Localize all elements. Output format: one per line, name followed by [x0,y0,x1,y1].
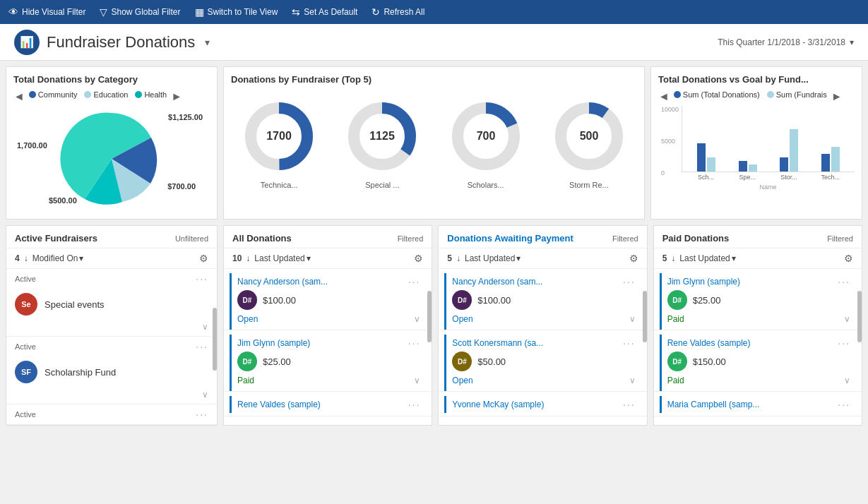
bar-2a [739,161,747,172]
donation-status-1[interactable]: Open [237,314,258,324]
paid-row-2: D# $150.00 [667,349,850,374]
charts-row: Total Donations by Category ◄ Community … [6,66,862,220]
donations-awaiting-sort-row: 5 ↓ Last Updated ▾ ⚙ [439,248,646,269]
paid-donations-title: Paid Donations [662,233,730,244]
paid-link-2[interactable]: Rene Valdes (sample) [667,338,751,348]
paid-expand-2[interactable]: ∨ [844,376,850,385]
awaiting-link-1[interactable]: Nancy Anderson (sam... [452,277,542,287]
paid-filter-icon[interactable]: ⚙ [844,253,853,264]
paid-dots-1[interactable]: ··· [838,276,850,287]
all-donations-badge: Filtered [398,234,424,243]
donut-svg-4: 500 [550,97,628,175]
donation-item-2: Jim Glynn (sample) ··· D# $25.00 Paid ∨ [224,330,432,392]
item-dots-2[interactable]: ··· [196,341,208,352]
donation-dots-2[interactable]: ··· [408,337,421,349]
paid-status-1[interactable]: Paid [667,314,684,324]
donation-status-2[interactable]: Paid [237,376,254,385]
awaiting-expand-2[interactable]: ∨ [629,376,636,385]
awaiting-expand-1[interactable]: ∨ [629,314,636,324]
pie-chart-legend: Community Education Health [29,90,167,99]
bar-nav-left[interactable]: ◄ [658,90,670,103]
awaiting-link-row-2: Scott Konersmann (sa... ··· [452,337,635,349]
donation-expand-1[interactable]: ∨ [414,314,420,324]
awaiting-link-2[interactable]: Scott Konersmann (sa... [452,338,543,348]
active-sort-dropdown-icon: ▾ [79,253,83,263]
item-expand-1[interactable]: ∨ [6,320,217,336]
donation-link-3[interactable]: Rene Valdes (sample) [237,400,321,409]
item-dots-1[interactable]: ··· [196,273,208,284]
svg-text:700: 700 [476,130,495,142]
all-filter-icon[interactable]: ⚙ [414,253,423,264]
item-name-1: Special events [44,299,105,310]
donut-svg-1: 1700 [240,97,318,175]
donut-svg-3: 700 [447,97,525,175]
set-default-button[interactable]: ⇆ Set As Default [292,6,357,18]
paid-status-2[interactable]: Paid [667,376,684,385]
bar-group-3 [772,129,807,172]
donation-item-1: Nancy Anderson (sam... ··· D# $100.00 Op… [224,269,432,330]
item-dots-3[interactable]: ··· [196,409,208,420]
x-axis-labels: Sch... Spe... Stor... Tech... [682,172,855,182]
paid-link-1[interactable]: Jim Glynn (sample) [667,277,740,287]
awaiting-dots-2[interactable]: ··· [623,337,636,349]
donut-2: 1125 Special ... [343,97,421,189]
app-logo: 📊 [14,30,40,55]
total-donations-dot [674,91,681,98]
bar-chart-visual: 10000 5000 0 [658,106,855,191]
switch-tile-view-button[interactable]: ▦ Switch to Tile View [195,6,278,18]
svg-text:1700: 1700 [266,130,292,142]
paid-dots-2[interactable]: ··· [838,337,850,349]
panels-row: Active Fundraisers Unfiltered 4 ↓ Modifi… [6,225,862,426]
awaiting-status-row-1: Open ∨ [452,313,635,327]
bar-1b [707,157,715,172]
awaiting-filter-icon[interactable]: ⚙ [629,253,638,264]
awaiting-sort-field[interactable]: Last Updated ▾ [465,253,521,263]
default-icon: ⇆ [292,6,300,18]
all-donations-header: All Donations Filtered [224,226,432,248]
title-dropdown-icon[interactable]: ▾ [205,37,210,48]
paid-expand-1[interactable]: ∨ [844,314,850,324]
pie-nav-left[interactable]: ◄ [13,90,25,103]
donation-link-2[interactable]: Jim Glynn (sample) [237,338,310,348]
bar-pair-3 [780,129,798,172]
paid-row-1: D# $25.00 [667,287,850,313]
active-sort-field[interactable]: Modified On ▾ [32,253,84,263]
active-filter-icon[interactable]: ⚙ [199,253,208,264]
bar-4b [831,147,840,172]
awaiting-status-1[interactable]: Open [452,314,472,324]
donation-link-1[interactable]: Nancy Anderson (sam... [237,277,328,287]
paid-card-2: Rene Valdes (sample) ··· D# $150.00 Paid… [660,335,856,391]
awaiting-dots-1[interactable]: ··· [623,276,636,287]
awaiting-dots-3[interactable]: ··· [623,399,636,410]
paid-sort-left: 5 ↓ Last Updated ▾ [662,253,736,263]
pie-chart-card: Total Donations by Category ◄ Community … [6,66,218,220]
donation-status-row-2: Paid ∨ [237,374,420,388]
paid-sort-field[interactable]: Last Updated ▾ [679,253,735,263]
awaiting-sort-field-label: Last Updated [465,253,515,263]
paid-card-1: Jim Glynn (sample) ··· D# $25.00 Paid ∨ [660,273,856,330]
awaiting-row-1: D# $100.00 [452,287,635,313]
date-range-selector[interactable]: This Quarter 1/1/2018 - 3/31/2018 ▾ [718,37,854,47]
legend-total-donations: Sum (Total Donations) [674,90,760,99]
item-main-2: SF Scholarship Fund [6,356,217,388]
awaiting-link-3[interactable]: Yvonne McKay (sample) [452,400,544,409]
bar-nav-right[interactable]: ► [831,90,843,103]
all-sort-field[interactable]: Last Updated ▾ [254,253,310,263]
paid-dots-3[interactable]: ··· [838,399,850,410]
health-label: Health [144,90,167,99]
donation-dots-3[interactable]: ··· [408,399,421,410]
x-label-2: Spe... [730,174,765,181]
hide-visual-filter-button[interactable]: 👁 Hide Visual Filter [8,6,85,18]
item-status-2: Active ··· [6,337,217,356]
awaiting-sort-dropdown-icon: ▾ [516,253,521,263]
awaiting-sort-left: 5 ↓ Last Updated ▾ [447,253,521,263]
paid-link-3[interactable]: Maria Campbell (samp... [667,400,760,409]
pie-nav-right[interactable]: ► [171,90,182,103]
community-dot [29,91,36,98]
item-expand-2[interactable]: ∨ [6,388,217,404]
donation-dots-1[interactable]: ··· [408,276,421,287]
show-global-filter-button[interactable]: ▽ Show Global Filter [100,6,180,18]
awaiting-status-2[interactable]: Open [452,376,472,385]
refresh-all-button[interactable]: ↻ Refresh All [371,6,424,18]
donation-expand-2[interactable]: ∨ [414,376,420,385]
